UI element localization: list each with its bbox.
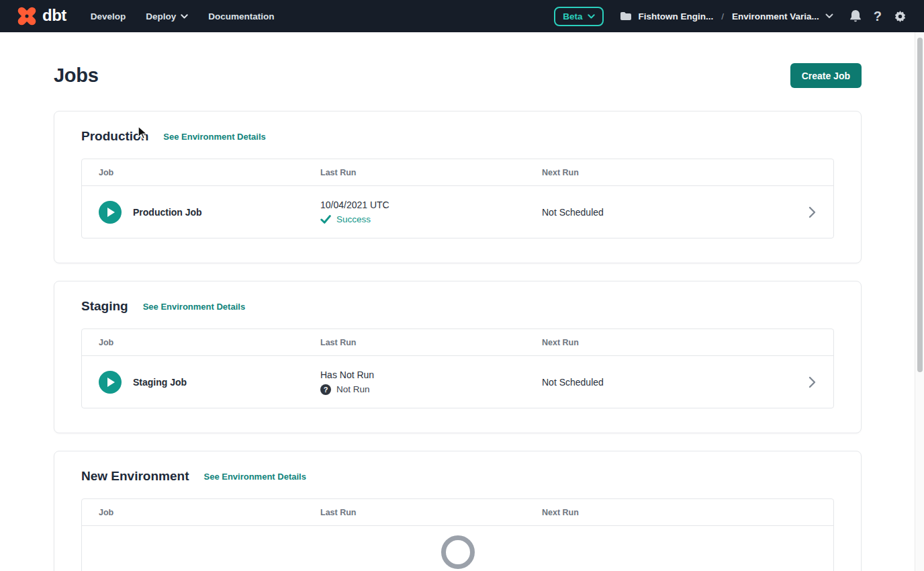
chevron-down-icon	[825, 13, 833, 19]
dbt-logo[interactable]: dbt	[15, 4, 66, 28]
chevron-right-icon	[808, 206, 816, 218]
empty-jobs-row	[82, 526, 833, 571]
chevron-right-icon	[808, 376, 816, 388]
nav-item-deploy[interactable]: Deploy	[146, 11, 188, 21]
breadcrumb-separator: /	[719, 11, 726, 21]
column-header-last-run: Last Run	[304, 508, 525, 517]
dbt-logo-icon	[15, 4, 39, 28]
beta-dropdown-button[interactable]: Beta	[554, 7, 604, 26]
environment-card-production: Production See Environment Details Job L…	[54, 111, 862, 263]
jobs-table-header: Job Last Run Next Run	[82, 329, 833, 356]
job-row-production-job[interactable]: Production Job 10/04/2021 UTC Success No…	[82, 186, 833, 238]
column-header-next-run: Next Run	[525, 168, 790, 177]
run-job-button[interactable]	[99, 201, 122, 224]
next-run-value: Not Scheduled	[525, 207, 790, 218]
column-header-job: Job	[82, 338, 304, 347]
top-navbar: dbt Develop Deploy Documentation Beta Fi…	[0, 0, 924, 32]
see-environment-details-link[interactable]: See Environment Details	[203, 472, 306, 482]
check-icon	[320, 215, 331, 224]
main-menu: Develop Deploy Documentation	[91, 11, 275, 21]
navbar-icons: ?	[849, 9, 907, 23]
jobs-page: Jobs Create Job Production See Environme…	[0, 32, 924, 571]
last-run-date: Has Not Run	[320, 369, 525, 380]
last-run-status: Success	[320, 214, 525, 224]
breadcrumb-project: Environment Varia...	[732, 11, 819, 21]
create-job-button[interactable]: Create Job	[790, 63, 862, 88]
question-circle-icon: ?	[320, 384, 331, 395]
nav-item-documentation[interactable]: Documentation	[208, 11, 274, 21]
nav-item-label: Deploy	[146, 11, 176, 21]
vertical-scrollbar[interactable]	[915, 32, 924, 571]
jobs-table-header: Job Last Run Next Run	[82, 159, 833, 186]
run-job-button[interactable]	[99, 371, 122, 394]
chevron-down-icon	[588, 14, 595, 19]
beta-label: Beta	[563, 11, 582, 21]
column-header-job: Job	[82, 168, 304, 177]
nav-item-label: Documentation	[208, 11, 274, 21]
chevron-down-icon	[181, 14, 188, 19]
project-breadcrumb[interactable]: Fishtown Engin... / Environment Varia...	[620, 11, 833, 21]
status-label: Not Run	[336, 384, 370, 394]
help-icon[interactable]: ?	[874, 9, 882, 23]
notifications-bell-icon[interactable]	[849, 9, 862, 23]
column-header-job: Job	[82, 508, 304, 517]
job-row-staging-job[interactable]: Staging Job Has Not Run ? Not Run Not Sc…	[82, 356, 833, 408]
last-run-date: 10/04/2021 UTC	[320, 200, 525, 210]
jobs-table: Job Last Run Next Run Production Job 10/…	[81, 159, 834, 238]
play-icon	[107, 378, 115, 387]
environment-name: New Environment	[81, 469, 189, 484]
nav-item-label: Develop	[91, 11, 126, 21]
next-run-value: Not Scheduled	[525, 377, 790, 388]
column-header-next-run: Next Run	[525, 508, 790, 517]
environment-card-staging: Staging See Environment Details Job Last…	[54, 281, 862, 433]
jobs-table: Job Last Run Next Run Staging Job Has No…	[81, 328, 834, 408]
scrollbar-thumb[interactable]	[917, 38, 923, 372]
status-label: Success	[336, 214, 371, 224]
environment-name: Staging	[81, 299, 128, 314]
breadcrumb-account: Fishtown Engin...	[638, 11, 713, 21]
column-header-next-run: Next Run	[525, 338, 790, 347]
environment-name: Production	[81, 129, 148, 144]
dbt-logo-text: dbt	[42, 6, 66, 25]
empty-state-icon	[441, 535, 475, 569]
environment-card-new-environment: New Environment See Environment Details …	[54, 451, 862, 571]
column-header-last-run: Last Run	[304, 168, 525, 177]
gear-icon[interactable]	[894, 10, 907, 23]
job-name: Staging Job	[133, 377, 187, 388]
see-environment-details-link[interactable]: See Environment Details	[163, 132, 265, 142]
jobs-table: Job Last Run Next Run	[81, 498, 834, 571]
last-run-status: ? Not Run	[320, 384, 525, 395]
page-title: Jobs	[54, 64, 99, 87]
column-header-last-run: Last Run	[304, 338, 525, 347]
jobs-table-header: Job Last Run Next Run	[82, 499, 833, 526]
folder-icon	[620, 11, 632, 21]
play-icon	[107, 208, 115, 217]
nav-item-develop[interactable]: Develop	[91, 11, 126, 21]
see-environment-details-link[interactable]: See Environment Details	[143, 302, 245, 312]
job-name: Production Job	[133, 207, 202, 218]
